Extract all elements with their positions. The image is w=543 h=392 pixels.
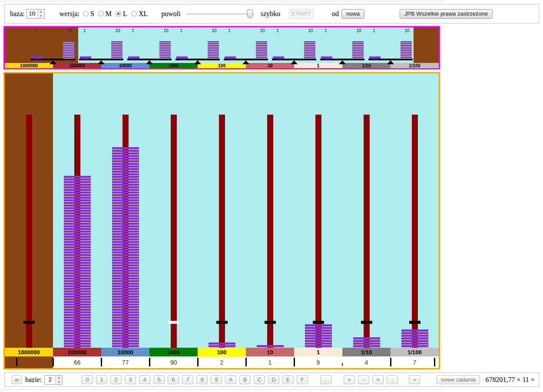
baza-spinner[interactable]: 10 ▲▼ — [26, 9, 45, 19]
multiply-button[interactable]: × — [372, 375, 384, 384]
speed-slider-thumb[interactable] — [247, 10, 253, 18]
mini-label-one: 1 — [321, 28, 331, 33]
place-label-100000: 100000 — [53, 348, 101, 356]
bead-stack[interactable] — [64, 176, 91, 348]
wersja-option-xl[interactable]: XL — [131, 10, 148, 18]
spinner-up-icon[interactable]: ▲ — [56, 376, 62, 380]
abacus-column-1-100 — [391, 73, 439, 348]
digit-button-6[interactable]: 6 — [168, 375, 179, 384]
radio-button-icon[interactable] — [98, 11, 104, 16]
abacus-column-1000000 — [5, 73, 53, 348]
abacus-panel: 10000001000001000010001001011/101/100 66… — [3, 72, 440, 369]
digit-button-9[interactable]: 9 — [211, 375, 222, 384]
cell-divider-tick — [101, 358, 102, 366]
mini-bead-stack-ten — [304, 41, 315, 59]
plus-button[interactable]: + — [344, 375, 355, 384]
balance-fulcrum-icon — [50, 60, 56, 64]
rod — [219, 115, 225, 348]
minus-button[interactable]: - — [358, 375, 369, 384]
digit-button-7[interactable]: 7 — [182, 375, 193, 384]
wersja-option-label: XL — [139, 10, 148, 18]
bead-stack[interactable] — [401, 329, 428, 348]
baza-spinner-arrows[interactable]: ▲▼ — [37, 10, 44, 18]
mini-bead-stack-one — [369, 56, 381, 59]
mini-label-ten: 10 — [64, 28, 75, 33]
capacity-marker-black — [23, 321, 35, 324]
bazie-label: bazie: — [25, 376, 42, 384]
radio-button-icon[interactable] — [83, 11, 89, 16]
digit-cell-10000: 77 — [101, 356, 149, 368]
mini-label-ten: 10 — [209, 28, 219, 33]
mini-bead-stack-ten — [256, 41, 267, 59]
mini-bead-stack-one — [176, 56, 188, 59]
digit-cell-1000: 90 — [149, 356, 198, 368]
digit-button-2[interactable]: 2 — [110, 375, 122, 384]
abacus-column-1000 — [149, 73, 198, 348]
place-label-100: 100 — [198, 348, 246, 356]
digit-button-0[interactable]: 0 — [82, 375, 93, 384]
place-label-strip: 10000001000001000010001001011/101/100 — [5, 348, 439, 356]
spinner-down-icon[interactable]: ▼ — [38, 14, 44, 18]
slider-track[interactable] — [186, 13, 255, 15]
fast-label: szybko — [261, 10, 280, 18]
abacus-column-100000 — [53, 73, 101, 348]
spinner-down-icon[interactable]: ▼ — [56, 380, 62, 384]
speed-slider[interactable] — [186, 9, 255, 19]
digit-button-row: 0123456789ABCDEF — [82, 375, 308, 384]
abacus-column-1-10 — [342, 73, 391, 348]
place-label-1000: 1000 — [149, 348, 198, 356]
digit-button-3[interactable]: 3 — [125, 375, 136, 384]
digit-button-5[interactable]: 5 — [153, 375, 165, 384]
nowa-button[interactable]: nowa — [341, 9, 364, 19]
bead-stack[interactable] — [305, 324, 332, 348]
wersja-radio-group: SMLXL — [83, 10, 152, 18]
mini-bead-stack-ten — [159, 41, 171, 59]
bazie-spinner-arrows[interactable]: ▲▼ — [55, 376, 62, 384]
mini-label-one: 1 — [224, 28, 235, 33]
start-button[interactable]: START — [289, 9, 314, 19]
digit-cell-1000000 — [5, 356, 53, 368]
comma-button[interactable]: , — [320, 375, 331, 384]
wersja-option-s[interactable]: S — [83, 10, 94, 18]
divide-button[interactable]: : — [387, 375, 398, 384]
digit-button-1[interactable]: 1 — [96, 375, 107, 384]
new-task-button[interactable]: nowe zadanie — [437, 375, 480, 384]
capacity-marker-black — [265, 321, 276, 324]
capacity-marker-black — [361, 321, 372, 324]
mini-label-ten: 10 — [305, 28, 316, 33]
balance-fulcrum-icon — [291, 60, 298, 64]
digit-button-A[interactable]: A — [225, 375, 236, 384]
rod — [267, 115, 273, 348]
radio-button-icon[interactable] — [131, 11, 137, 16]
bead-stack[interactable] — [209, 343, 235, 348]
bottom-toolbar: w bazie: 2 ▲▼ 0123456789ABCDEF , +-×: = … — [4, 372, 539, 387]
mini-bead-stack-one — [80, 56, 91, 59]
rod — [315, 115, 321, 348]
digit-button-8[interactable]: 8 — [196, 375, 208, 384]
digit-button-E[interactable]: E — [282, 375, 294, 384]
mini-bead-stack-ten — [208, 41, 219, 59]
equals-button[interactable]: = — [409, 375, 420, 384]
mini-label-one: 1 — [272, 28, 283, 33]
rights-button[interactable]: JPB Wszelkie prawa zastrzeżone — [400, 9, 493, 19]
mini-label-ten: 10 — [113, 28, 123, 33]
bead-stack[interactable] — [353, 337, 380, 348]
digit-button-C[interactable]: C — [254, 375, 265, 384]
bazie-spinner[interactable]: 2 ▲▼ — [44, 375, 63, 385]
wersja-option-l[interactable]: L — [116, 10, 127, 18]
digit-button-F[interactable]: F — [297, 375, 308, 384]
w-button[interactable]: w — [12, 375, 22, 384]
bead-stack[interactable] — [112, 147, 139, 348]
digit-button-D[interactable]: D — [268, 375, 279, 384]
radio-button-icon[interactable] — [116, 11, 121, 16]
cell-divider-tick — [149, 358, 150, 366]
balance-fulcrum-icon — [146, 60, 153, 64]
digit-cell-10: 1 — [246, 356, 294, 368]
digit-button-B[interactable]: B — [239, 375, 251, 384]
cell-divider-tick — [197, 358, 199, 366]
spinner-up-icon[interactable]: ▲ — [38, 10, 44, 14]
digit-button-4[interactable]: 4 — [139, 375, 150, 384]
wersja-option-m[interactable]: M — [98, 10, 112, 18]
place-label-10000: 10000 — [101, 348, 149, 356]
balance-fulcrum-icon — [194, 60, 201, 64]
